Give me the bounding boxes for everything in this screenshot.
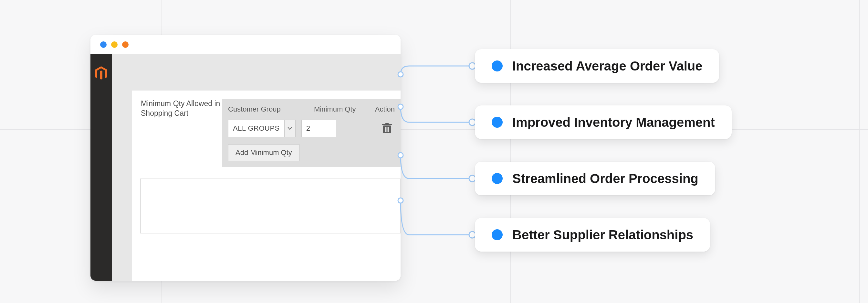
col-header-group: Customer Group: [228, 105, 314, 113]
table-row: ALL GROUPS: [222, 120, 401, 144]
trash-icon: [382, 123, 392, 134]
admin-window: Minimum Qty Allowed in Shopping Cart Cus…: [90, 35, 401, 281]
bullet-icon: [492, 229, 503, 240]
benefit-card-aov: Increased Average Order Value: [475, 49, 719, 83]
svg-rect-5: [388, 127, 389, 132]
customer-group-value: ALL GROUPS: [228, 120, 284, 137]
bullet-icon: [492, 60, 503, 72]
minimum-qty-input[interactable]: [301, 120, 336, 137]
svg-point-12: [469, 175, 475, 182]
benefit-label: Increased Average Order Value: [512, 59, 702, 74]
delete-row-button[interactable]: [379, 120, 395, 136]
admin-app: Minimum Qty Allowed in Shopping Cart Cus…: [90, 54, 401, 281]
table-add-row: Add Minimum Qty: [222, 144, 401, 167]
diagram-canvas: Minimum Qty Allowed in Shopping Cart Cus…: [0, 0, 868, 303]
admin-empty-panel: [140, 178, 401, 233]
admin-nav-rail: [90, 54, 112, 281]
admin-header-strip: [132, 54, 401, 90]
svg-point-13: [469, 231, 475, 238]
benefit-label: Streamlined Order Processing: [512, 171, 699, 186]
bullet-icon: [492, 173, 503, 184]
benefit-label: Better Supplier Relationships: [512, 228, 693, 242]
table-header: Customer Group Minimum Qty Action: [222, 99, 401, 120]
window-dot-yellow-icon: [111, 42, 118, 48]
svg-rect-4: [387, 127, 388, 132]
benefit-card-inventory: Improved Inventory Management: [475, 105, 732, 139]
customer-group-select[interactable]: ALL GROUPS: [228, 120, 296, 137]
window-dot-blue-icon: [100, 42, 106, 48]
col-header-action: Action: [369, 105, 395, 113]
min-qty-config-row: Minimum Qty Allowed in Shopping Cart Cus…: [132, 90, 401, 167]
svg-rect-3: [385, 127, 386, 132]
benefit-card-supplier: Better Supplier Relationships: [475, 218, 710, 252]
window-dot-orange-icon: [122, 42, 129, 48]
window-titlebar: [90, 35, 401, 54]
svg-point-11: [469, 119, 475, 126]
connector-wires: [397, 32, 481, 278]
admin-secondary-gutter: [112, 54, 132, 281]
min-qty-label: Minimum Qty Allowed in Shopping Cart: [132, 99, 222, 167]
chevron-down-icon[interactable]: [284, 120, 295, 137]
min-qty-table: Customer Group Minimum Qty Action ALL GR…: [222, 99, 401, 167]
benefit-label: Improved Inventory Management: [512, 115, 715, 130]
magento-logo-icon: [95, 66, 107, 281]
svg-rect-2: [385, 123, 389, 124]
bullet-icon: [492, 117, 503, 128]
col-header-min: Minimum Qty: [314, 105, 369, 113]
add-minimum-qty-button[interactable]: Add Minimum Qty: [228, 144, 300, 161]
admin-main: Minimum Qty Allowed in Shopping Cart Cus…: [132, 54, 401, 281]
benefit-card-orders: Streamlined Order Processing: [475, 162, 715, 195]
svg-point-10: [469, 63, 475, 69]
